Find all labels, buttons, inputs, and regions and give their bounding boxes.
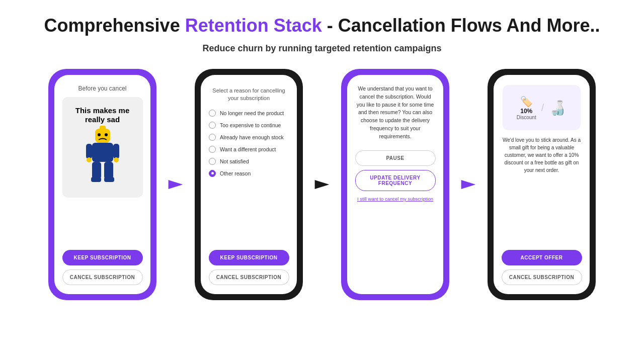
radio-item-1[interactable]: Too expensive to continue	[209, 122, 289, 129]
svg-rect-4	[92, 143, 113, 162]
radio-circle-0	[209, 110, 216, 117]
card2-keep-button[interactable]: KEEP SUBSCRIPTION	[209, 250, 289, 265]
svg-marker-14	[315, 180, 330, 189]
phone-screen-1: Before you cancel This makes me really s…	[54, 75, 150, 294]
card1-buttons: KEEP SUBSCRIPTION CANCEL SUBSCRIPTION	[62, 250, 143, 285]
svg-rect-12	[104, 177, 114, 182]
card4-accept-button[interactable]: ACCEPT OFFER	[502, 250, 582, 265]
radio-item-5[interactable]: Other reason	[209, 170, 289, 177]
svg-rect-0	[95, 129, 110, 143]
phone-screen-4: 🏷️ 10% Discount / 🍶 We'd love you to sti…	[494, 75, 590, 294]
card1-keep-button[interactable]: KEEP SUBSCRIPTION	[62, 250, 143, 265]
radio-label-5: Other reason	[220, 170, 251, 176]
svg-rect-10	[104, 162, 113, 179]
card4-offer-box: 🏷️ 10% Discount / 🍶	[503, 85, 581, 130]
card1-image-area: This makes me really sad	[62, 97, 143, 198]
card3-cancel-link[interactable]: I still want to cancel my subscription	[357, 196, 433, 202]
card1-header: Before you cancel	[78, 85, 126, 92]
svg-marker-15	[461, 180, 476, 189]
radio-item-3[interactable]: Want a different product	[209, 146, 289, 153]
card3-buttons: PAUSE UPDATE DELIVERY FREQUENCY	[355, 150, 436, 191]
divider: /	[541, 102, 544, 114]
radio-label-4: Not satisfied	[220, 158, 249, 164]
arrow-2	[313, 175, 331, 194]
svg-rect-3	[100, 126, 106, 130]
phone-screen-2: Select a reason for cancelling your subs…	[201, 75, 297, 294]
radio-circle-3	[209, 146, 216, 153]
arrow-3	[459, 175, 477, 194]
phone-card-2: Select a reason for cancelling your subs…	[195, 69, 303, 300]
card4-cancel-button[interactable]: CANCEL SUBSCRIPTION	[502, 269, 582, 285]
card3-pause-button[interactable]: PAUSE	[355, 150, 436, 166]
page-title: Comprehensive Retention Stack - Cancella…	[44, 15, 600, 36]
svg-rect-6	[113, 144, 119, 159]
radio-list: No longer need the product Too expensive…	[201, 110, 297, 177]
discount-percent: 10%	[520, 108, 532, 115]
svg-rect-9	[92, 162, 101, 179]
card3-description: We understand that you want to cancel th…	[347, 75, 443, 146]
card3-update-button[interactable]: UPDATE DELIVERY FREQUENCY	[355, 170, 436, 191]
card1-sad-text: This makes me really sad	[68, 106, 137, 124]
card2-cancel-button[interactable]: CANCEL SUBSCRIPTION	[209, 269, 289, 285]
card4-buttons: ACCEPT OFFER CANCEL SUBSCRIPTION	[502, 250, 582, 285]
radio-item-0[interactable]: No longer need the product	[209, 110, 289, 117]
page-subtitle: Reduce churn by running targeted retenti…	[202, 43, 441, 54]
discount-label: Discount	[517, 115, 536, 120]
card2-header: Select a reason for cancelling your subs…	[201, 87, 297, 103]
radio-item-2[interactable]: Already have enough stock	[209, 134, 289, 141]
discount-badge: 🏷️ 10% Discount	[517, 96, 536, 120]
svg-rect-11	[91, 177, 101, 182]
card4-description: We'd love you to stick around. As a smal…	[494, 130, 590, 178]
card1-cancel-button[interactable]: CANCEL SUBSCRIPTION	[62, 269, 143, 285]
phone-screen-3: We understand that you want to cancel th…	[347, 75, 443, 294]
radio-label-0: No longer need the product	[220, 110, 284, 116]
radio-label-2: Already have enough stock	[220, 134, 284, 140]
svg-point-7	[87, 157, 92, 162]
radio-label-1: Too expensive to continue	[220, 122, 281, 128]
lego-figure	[85, 124, 120, 186]
svg-point-1	[98, 133, 101, 136]
radio-circle-1	[209, 122, 216, 129]
phone-card-4: 🏷️ 10% Discount / 🍶 We'd love you to sti…	[488, 69, 596, 300]
discount-icon: 🏷️	[520, 96, 533, 108]
card2-buttons: KEEP SUBSCRIPTION CANCEL SUBSCRIPTION	[209, 250, 289, 285]
cards-row: Before you cancel This makes me really s…	[48, 69, 596, 300]
radio-circle-5	[209, 170, 216, 177]
phone-card-3: We understand that you want to cancel th…	[341, 69, 449, 300]
bottle-icon: 🍶	[549, 100, 567, 116]
arrow-1	[167, 175, 185, 194]
svg-rect-5	[86, 144, 92, 159]
svg-marker-13	[169, 180, 183, 189]
radio-circle-2	[209, 134, 216, 141]
phone-card-1: Before you cancel This makes me really s…	[48, 69, 156, 300]
radio-item-4[interactable]: Not satisfied	[209, 158, 289, 165]
radio-circle-4	[209, 158, 216, 165]
lego-svg	[85, 124, 120, 184]
page-wrapper: Comprehensive Retention Stack - Cancella…	[0, 0, 644, 362]
radio-label-3: Want a different product	[220, 146, 276, 152]
svg-point-8	[114, 157, 119, 162]
svg-point-2	[105, 133, 108, 136]
